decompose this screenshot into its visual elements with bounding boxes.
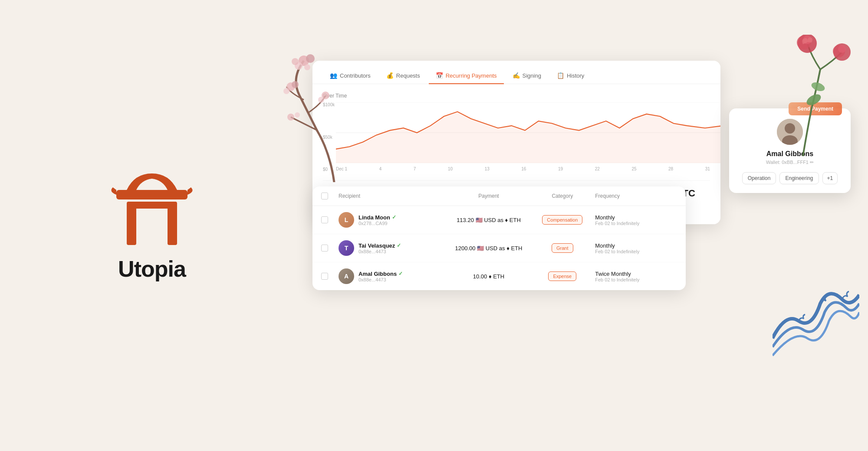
right-section: 👥 Contributors 💰 Requests 📅 Recurring Pa… <box>269 0 868 451</box>
profile-name: Amal Gibbons <box>738 150 842 158</box>
table-row: A Amal Gibbons ✓ 0x88e...4473 10.00 ♦ ET… <box>312 262 686 290</box>
svg-point-18 <box>798 35 817 53</box>
history-icon: 📋 <box>557 72 564 79</box>
tai-verified-icon: ✓ <box>397 242 401 248</box>
svg-rect-1 <box>168 204 177 245</box>
chart-y-bottom: $0 <box>323 167 328 172</box>
tai-freq-dates: Feb 02 to Indefinitely <box>595 249 677 254</box>
left-section: Utopia <box>0 0 304 451</box>
col-recipient-header: Recipient <box>339 193 448 199</box>
x-label-10: 10 <box>448 167 453 171</box>
chart-svg <box>336 102 720 163</box>
tab-history[interactable]: 📋 History <box>550 68 591 84</box>
svg-point-19 <box>797 36 811 49</box>
x-label-31: 31 <box>705 167 710 171</box>
tab-requests[interactable]: 💰 Requests <box>379 68 427 84</box>
svg-point-7 <box>292 58 299 65</box>
compensation-badge: Compensation <box>542 215 582 225</box>
grant-badge: Grant <box>552 243 573 253</box>
tab-requests-label: Requests <box>396 72 420 79</box>
send-payment-button[interactable]: Send Payment <box>789 102 842 115</box>
tag-engineering: Engineering <box>779 172 819 184</box>
linda-address: 0x278...CA99 <box>358 221 396 226</box>
x-label-7: 7 <box>414 167 416 171</box>
requests-icon: 💰 <box>386 72 394 79</box>
chart-y-top: $100k <box>323 102 335 107</box>
linda-avatar: L <box>339 212 354 228</box>
amal-verified-icon: ✓ <box>398 271 403 277</box>
col-frequency-header: Frequency <box>595 193 677 199</box>
x-label-19: 19 <box>558 167 563 171</box>
table-row: L Linda Moon ✓ 0x278...CA99 113.20 🇺🇸 US… <box>312 206 686 234</box>
svg-point-15 <box>295 112 300 118</box>
header-checkbox[interactable] <box>321 193 328 199</box>
svg-point-10 <box>283 88 289 94</box>
linda-avatar-img: L <box>339 212 354 228</box>
amal-avatar: A <box>339 268 354 284</box>
table-row: T Tai Velasquez ✓ 0x88e...4473 1200.00 🇺… <box>312 234 686 262</box>
x-label-16: 16 <box>521 167 526 171</box>
chart-y-mid: $50k <box>323 135 332 140</box>
row1-checkbox[interactable] <box>321 216 328 223</box>
x-label-dec1: Dec 1 <box>336 167 347 171</box>
recipient-linda: L Linda Moon ✓ 0x278...CA99 <box>339 212 448 228</box>
linda-verified-icon: ✓ <box>392 214 396 220</box>
profile-avatar-svg <box>777 119 803 145</box>
nav-tabs: 👥 Contributors 💰 Requests 📅 Recurring Pa… <box>312 61 720 84</box>
tab-recurring-label: Recurring Payments <box>446 72 497 79</box>
tab-recurring-payments[interactable]: 📅 Recurring Payments <box>429 68 504 84</box>
chart-container: $100k $50k $0 Dec 1 4 7 10 <box>323 102 710 172</box>
svg-point-21 <box>833 43 851 61</box>
amal-avatar-img: A <box>339 268 354 284</box>
row3-checkbox[interactable] <box>321 273 328 280</box>
linda-name: Linda Moon ✓ <box>358 214 396 221</box>
amal-freq-dates: Feb 02 to Indefinitely <box>595 277 677 282</box>
svg-point-11 <box>292 81 299 88</box>
svg-point-20 <box>803 36 812 44</box>
row2-checkbox[interactable] <box>321 245 328 252</box>
tai-info: Tai Velasquez ✓ 0x88e...4473 <box>358 242 401 254</box>
tab-signing-label: Signing <box>523 72 541 79</box>
brand-logo <box>108 169 195 247</box>
svg-point-23 <box>838 45 846 53</box>
profile-wallet: Wallet: 0xBB...FFF1 ✏ <box>738 160 842 165</box>
svg-point-22 <box>833 45 845 57</box>
svg-point-9 <box>286 82 295 91</box>
table-header: Recipient Payment Category Frequency <box>312 186 686 206</box>
logo-container: Utopia <box>108 169 195 282</box>
svg-point-6 <box>306 54 315 63</box>
signing-icon: ✍️ <box>513 72 520 79</box>
amal-info: Amal Gibbons ✓ 0x88e...4473 <box>358 271 403 282</box>
tab-signing[interactable]: ✍️ Signing <box>506 68 548 84</box>
linda-category: Compensation <box>529 215 595 225</box>
svg-point-8 <box>304 64 310 70</box>
svg-point-14 <box>287 114 294 121</box>
tai-payment: 1200.00 🇺🇸 USD as ♦ ETH <box>448 245 530 252</box>
x-label-13: 13 <box>485 167 490 171</box>
amal-address: 0x88e...4473 <box>358 277 403 282</box>
tab-history-label: History <box>567 72 584 79</box>
linda-freq-title: Monthly <box>595 214 677 221</box>
recurring-icon: 📅 <box>436 72 443 79</box>
col-payment-header: Payment <box>448 193 530 199</box>
amal-payment: 10.00 ♦ ETH <box>448 273 530 280</box>
tai-address: 0x88e...4473 <box>358 249 401 254</box>
linda-payment: 113.20 🇺🇸 USD as ♦ ETH <box>448 217 530 223</box>
amal-freq-title: Twice Monthly <box>595 271 677 277</box>
tab-contributors[interactable]: 👥 Contributors <box>323 68 378 84</box>
svg-point-4 <box>299 56 309 66</box>
x-label-22: 22 <box>595 167 600 171</box>
contributors-icon: 👥 <box>330 72 337 79</box>
profile-avatar <box>777 119 803 145</box>
chart-title: Over Time <box>323 93 710 99</box>
brand-name: Utopia <box>118 256 186 282</box>
chart-x-labels: Dec 1 4 7 10 13 16 19 22 25 28 31 <box>336 167 710 171</box>
amal-name: Amal Gibbons ✓ <box>358 271 403 277</box>
svg-point-17 <box>810 81 826 93</box>
profile-tags: Operation Engineering +1 <box>738 172 842 184</box>
tab-contributors-label: Contributors <box>340 72 371 79</box>
svg-rect-2 <box>116 190 187 199</box>
profile-card: Send Payment Amal Gibbons Wallet: 0xBB..… <box>729 108 851 193</box>
tai-name: Tai Velasquez ✓ <box>358 242 401 249</box>
tai-avatar: T <box>339 240 354 256</box>
